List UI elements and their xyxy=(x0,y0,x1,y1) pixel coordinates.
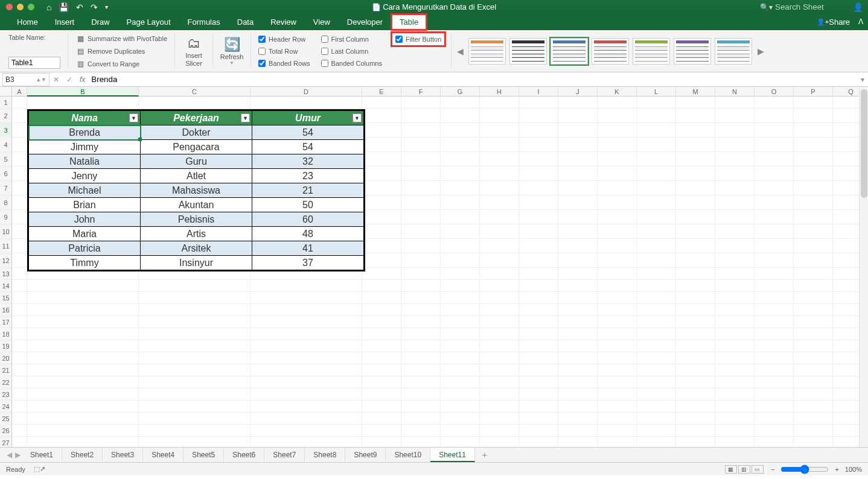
column-header[interactable]: K xyxy=(598,87,637,97)
row-header[interactable]: 27 xyxy=(0,437,12,447)
column-header[interactable]: F xyxy=(401,87,441,97)
ribbon-tab-draw[interactable]: Draw xyxy=(83,14,118,30)
row-header[interactable]: 6 xyxy=(0,167,12,181)
table-cell[interactable]: 60 xyxy=(252,212,364,227)
minimize-window-button[interactable] xyxy=(17,4,24,10)
table-cell[interactable]: Natalia xyxy=(29,154,141,169)
table-cell[interactable]: Insinyur xyxy=(141,256,252,270)
collapse-ribbon-icon[interactable]: ᐱ xyxy=(858,17,863,26)
macro-record-icon[interactable]: ⬚↗ xyxy=(34,465,45,473)
table-cell[interactable]: 41 xyxy=(252,241,364,256)
row-header[interactable]: 12 xyxy=(0,253,12,268)
sheet-tab[interactable]: Sheet10 xyxy=(386,448,430,462)
table-cell[interactable]: 37 xyxy=(252,256,364,270)
enter-formula-icon[interactable]: ✓ xyxy=(63,75,76,84)
table-style-swatch[interactable] xyxy=(509,38,547,65)
column-header[interactable]: G xyxy=(441,87,480,97)
banded-columns-checkbox[interactable]: Banded Columns xyxy=(321,58,382,69)
summarize-pivot-button[interactable]: ▦Summarize with PivotTable xyxy=(75,34,167,43)
search-sheet[interactable]: 🔍▾ xyxy=(760,2,847,11)
table-name-input[interactable] xyxy=(8,57,60,69)
column-header[interactable]: J xyxy=(558,87,598,97)
table-cell[interactable]: Patricia xyxy=(29,241,141,256)
sheet-tab[interactable]: Sheet1 xyxy=(22,448,62,462)
column-header[interactable]: O xyxy=(755,87,794,97)
account-icon[interactable]: 👤 xyxy=(853,2,863,12)
column-header[interactable]: B xyxy=(27,87,139,97)
view-buttons[interactable]: ▦▥▭ xyxy=(725,465,765,474)
first-column-checkbox[interactable]: First Column xyxy=(321,34,382,45)
row-header[interactable]: 10 xyxy=(0,224,12,239)
table-cell[interactable]: Jimmy xyxy=(29,140,141,154)
table-style-swatch[interactable] xyxy=(715,38,752,65)
ribbon-tab-formulas[interactable]: Formulas xyxy=(179,14,229,30)
row-header[interactable]: 9 xyxy=(0,210,12,224)
zoom-slider[interactable] xyxy=(780,465,829,474)
column-header[interactable]: A xyxy=(12,87,27,97)
sheet-tab[interactable]: Sheet11 xyxy=(430,448,475,462)
save-icon[interactable]: 💾 xyxy=(59,2,69,12)
row-header[interactable]: 1 xyxy=(0,97,12,109)
expand-formula-bar-icon[interactable]: ▾ xyxy=(857,75,868,84)
ribbon-tab-data[interactable]: Data xyxy=(229,14,262,30)
ribbon-tab-table[interactable]: Table xyxy=(391,14,427,30)
table-header-cell[interactable]: Umur▼ xyxy=(252,111,364,125)
table-cell[interactable]: Atlet xyxy=(141,169,252,183)
zoom-in-button[interactable]: + xyxy=(835,466,838,473)
table-cell[interactable]: Jenny xyxy=(29,169,141,183)
search-input[interactable] xyxy=(775,2,847,11)
header-row-checkbox[interactable]: Header Row xyxy=(258,34,310,45)
table-header-cell[interactable]: Pekerjaan▼ xyxy=(141,111,252,125)
qat-more-icon[interactable]: ▾ xyxy=(105,4,108,10)
row-header[interactable]: 26 xyxy=(0,425,12,437)
filter-dropdown-icon[interactable]: ▼ xyxy=(129,113,138,122)
column-header[interactable]: L xyxy=(637,87,676,97)
column-header[interactable]: P xyxy=(794,87,833,97)
vertical-scrollbar[interactable] xyxy=(859,87,868,447)
row-header[interactable]: 16 xyxy=(0,304,12,316)
table-cell[interactable]: 54 xyxy=(252,125,364,140)
row-header[interactable]: 8 xyxy=(0,195,12,210)
zoom-window-button[interactable] xyxy=(28,4,34,10)
table-cell[interactable]: Artis xyxy=(141,227,252,241)
share-button[interactable]: Share xyxy=(817,14,850,30)
home-icon[interactable]: ⌂ xyxy=(46,2,51,12)
sheet-tab[interactable]: Sheet7 xyxy=(264,448,305,462)
sheet-tab[interactable]: Sheet3 xyxy=(103,448,143,462)
sheet-tab[interactable]: Sheet5 xyxy=(183,448,224,462)
column-header[interactable]: H xyxy=(480,87,519,97)
cancel-formula-icon[interactable]: ✕ xyxy=(49,75,63,84)
tab-scroll-left[interactable]: ◀ xyxy=(5,451,13,459)
filter-button-checkbox[interactable]: Filter Button xyxy=(393,34,444,45)
table-header-cell[interactable]: Nama▼ xyxy=(29,111,141,125)
zoom-level[interactable]: 100% xyxy=(845,466,862,473)
ribbon-tab-insert[interactable]: Insert xyxy=(46,14,83,30)
table-cell[interactable]: John xyxy=(29,212,141,227)
table-cell[interactable]: Mahasiswa xyxy=(141,183,252,198)
table-cell[interactable]: Pebisnis xyxy=(141,212,252,227)
table-style-swatch[interactable] xyxy=(592,38,629,65)
table-cell[interactable]: 50 xyxy=(252,198,364,212)
table-cell[interactable]: 21 xyxy=(252,183,364,198)
table-cell[interactable]: Timmy xyxy=(29,256,141,270)
sheet-tab[interactable]: Sheet8 xyxy=(305,448,345,462)
table-cell[interactable]: Akuntan xyxy=(141,198,252,212)
row-header[interactable]: 4 xyxy=(0,138,12,152)
sheet-tab[interactable]: Sheet2 xyxy=(62,448,103,462)
column-header[interactable]: D xyxy=(251,87,362,97)
row-header[interactable]: 2 xyxy=(0,109,12,123)
table-style-swatch[interactable] xyxy=(633,38,670,65)
sheet-tab[interactable]: Sheet9 xyxy=(345,448,386,462)
ribbon-tab-page-layout[interactable]: Page Layout xyxy=(118,14,179,30)
ribbon-tab-review[interactable]: Review xyxy=(262,14,305,30)
column-header[interactable]: M xyxy=(676,87,715,97)
column-header[interactable]: N xyxy=(715,87,755,97)
close-window-button[interactable] xyxy=(6,4,13,10)
row-header[interactable]: 15 xyxy=(0,292,12,304)
row-header[interactable]: 3 xyxy=(0,123,12,138)
undo-icon[interactable]: ↶ xyxy=(76,2,83,12)
add-sheet-button[interactable]: + xyxy=(475,450,494,460)
insert-slicer-button[interactable]: 🗂 Insert Slicer xyxy=(179,34,209,69)
row-header[interactable]: 25 xyxy=(0,413,12,425)
row-header[interactable]: 7 xyxy=(0,181,12,195)
